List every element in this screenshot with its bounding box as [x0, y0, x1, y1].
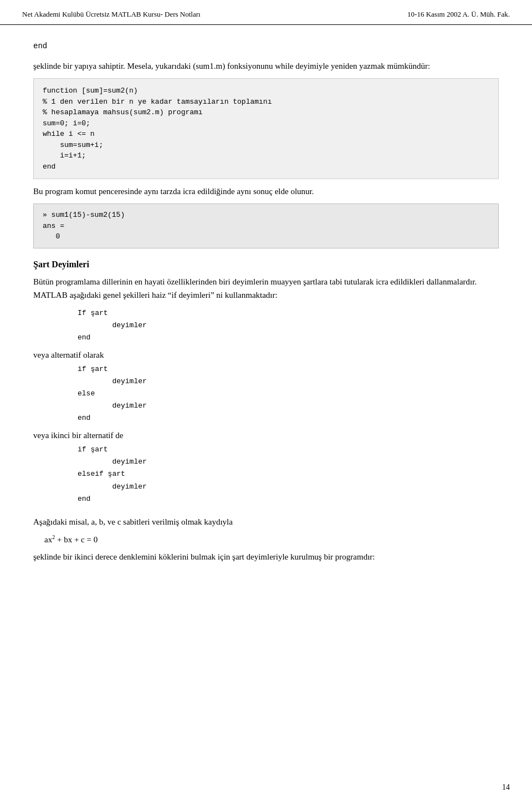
after-code-text: Bu program komut penceresinde aynı tarzd…	[33, 185, 499, 198]
if-block-2: if şart deyimler else deyimler end	[78, 363, 499, 424]
page-header: Net Akademi Kulübü Ücretsiz MATLAB Kursu…	[0, 0, 532, 25]
math-formula: ax2 + bx + c = 0	[44, 534, 499, 545]
if-block-1: If şart deyimler end	[78, 307, 499, 344]
math-ax: ax	[44, 535, 52, 544]
asagidaki-text: Aşağıdaki misal, a, b, ve c sabitleri ve…	[33, 515, 499, 528]
last-text: şeklinde bir ikinci derece denklemini kö…	[33, 550, 499, 563]
if-block-3: if şart deyimler elseif şart deyimler en…	[78, 444, 499, 505]
code-block-sum2: function [sum]=sum2(n) % 1 den verilen b…	[33, 78, 499, 179]
veya1-text: veya alternatif olarak	[33, 350, 499, 360]
header-left: Net Akademi Kulübü Ücretsiz MATLAB Kursu…	[22, 10, 201, 19]
header-right: 10-16 Kasım 2002 A. Ü. Müh. Fak.	[407, 10, 510, 19]
sart-heading: Şart Deyimleri	[33, 260, 499, 270]
veya2-text: veya ikinci bir alternatif de	[33, 431, 499, 440]
output-block: » sum1(15)-sum2(15) ans = 0	[33, 204, 499, 248]
math-rest: + bx + c = 0	[55, 535, 98, 544]
page-number: 14	[502, 783, 510, 792]
intro-sentence: şeklinde bir yapıya sahiptir. Mesela, yu…	[33, 59, 499, 73]
sart-intro: Bütün programlama dillerinin en hayati ö…	[33, 275, 499, 302]
page-content: end şeklinde bir yapıya sahiptir. Mesela…	[0, 25, 532, 602]
end-keyword: end	[33, 42, 499, 50]
